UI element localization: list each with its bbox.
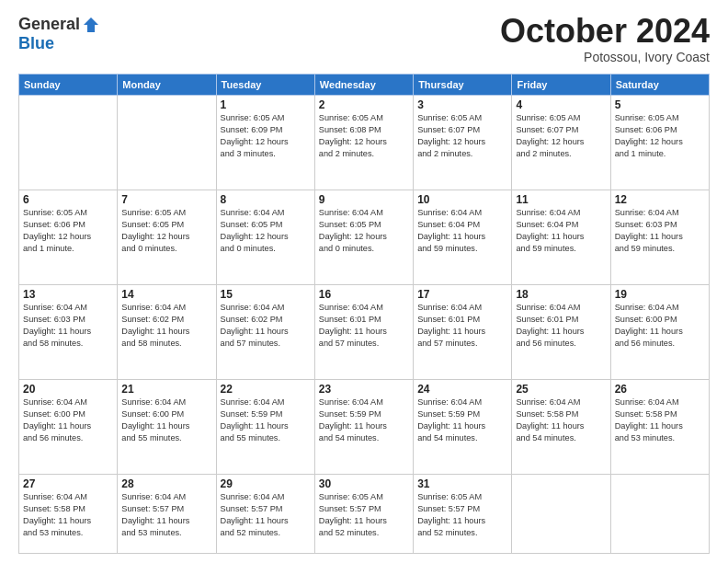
month-title: October 2024 bbox=[500, 15, 710, 48]
logo-blue-text: Blue bbox=[18, 34, 54, 53]
day-number: 23 bbox=[319, 383, 409, 396]
calendar-cell: 17Sunrise: 6:04 AM Sunset: 6:01 PM Dayli… bbox=[414, 284, 512, 379]
day-info: Sunrise: 6:04 AM Sunset: 5:58 PM Dayligh… bbox=[23, 491, 113, 539]
day-of-week-header: Thursday bbox=[414, 75, 512, 96]
logo-icon bbox=[82, 16, 100, 34]
day-number: 14 bbox=[121, 288, 211, 301]
calendar-cell: 23Sunrise: 6:04 AM Sunset: 5:59 PM Dayli… bbox=[314, 379, 413, 474]
day-number: 19 bbox=[615, 288, 705, 301]
day-number: 31 bbox=[417, 477, 507, 490]
calendar-week-row: 20Sunrise: 6:04 AM Sunset: 6:00 PM Dayli… bbox=[19, 379, 710, 474]
calendar-cell bbox=[610, 474, 709, 553]
calendar-cell: 6Sunrise: 6:05 AM Sunset: 6:06 PM Daylig… bbox=[19, 190, 118, 284]
day-number: 16 bbox=[319, 288, 409, 301]
calendar-cell: 26Sunrise: 6:04 AM Sunset: 5:58 PM Dayli… bbox=[610, 379, 709, 474]
day-info: Sunrise: 6:04 AM Sunset: 5:59 PM Dayligh… bbox=[319, 396, 409, 444]
day-number: 2 bbox=[319, 98, 409, 111]
day-of-week-header: Sunday bbox=[19, 75, 118, 96]
day-info: Sunrise: 6:04 AM Sunset: 5:59 PM Dayligh… bbox=[221, 396, 311, 444]
day-of-week-header: Monday bbox=[118, 75, 216, 96]
calendar-cell: 11Sunrise: 6:04 AM Sunset: 6:04 PM Dayli… bbox=[512, 190, 610, 284]
calendar-cell: 1Sunrise: 6:05 AM Sunset: 6:09 PM Daylig… bbox=[216, 96, 314, 190]
day-info: Sunrise: 6:04 AM Sunset: 6:00 PM Dayligh… bbox=[615, 302, 705, 350]
day-number: 21 bbox=[121, 383, 211, 396]
location: Potossou, Ivory Coast bbox=[500, 50, 710, 64]
day-number: 4 bbox=[516, 98, 606, 111]
day-info: Sunrise: 6:04 AM Sunset: 5:57 PM Dayligh… bbox=[121, 491, 211, 539]
calendar-week-row: 1Sunrise: 6:05 AM Sunset: 6:09 PM Daylig… bbox=[19, 96, 710, 190]
calendar-cell: 8Sunrise: 6:04 AM Sunset: 6:05 PM Daylig… bbox=[216, 190, 314, 284]
day-info: Sunrise: 6:04 AM Sunset: 5:57 PM Dayligh… bbox=[221, 491, 311, 539]
day-number: 9 bbox=[319, 193, 409, 206]
calendar-cell: 22Sunrise: 6:04 AM Sunset: 5:59 PM Dayli… bbox=[216, 379, 314, 474]
calendar-header-row: SundayMondayTuesdayWednesdayThursdayFrid… bbox=[19, 75, 710, 96]
day-number: 28 bbox=[121, 477, 211, 490]
calendar-cell: 12Sunrise: 6:04 AM Sunset: 6:03 PM Dayli… bbox=[610, 190, 709, 284]
day-of-week-header: Friday bbox=[512, 75, 610, 96]
calendar-cell: 30Sunrise: 6:05 AM Sunset: 5:57 PM Dayli… bbox=[314, 474, 413, 553]
calendar-cell: 19Sunrise: 6:04 AM Sunset: 6:00 PM Dayli… bbox=[610, 284, 709, 379]
day-info: Sunrise: 6:04 AM Sunset: 6:03 PM Dayligh… bbox=[23, 302, 113, 350]
calendar-cell: 25Sunrise: 6:04 AM Sunset: 5:58 PM Dayli… bbox=[512, 379, 610, 474]
day-number: 15 bbox=[221, 288, 311, 301]
day-info: Sunrise: 6:04 AM Sunset: 6:02 PM Dayligh… bbox=[221, 302, 311, 350]
day-info: Sunrise: 6:04 AM Sunset: 6:04 PM Dayligh… bbox=[417, 207, 507, 255]
day-info: Sunrise: 6:05 AM Sunset: 6:09 PM Dayligh… bbox=[221, 112, 311, 160]
day-info: Sunrise: 6:04 AM Sunset: 5:58 PM Dayligh… bbox=[516, 396, 606, 444]
day-number: 26 bbox=[615, 383, 705, 396]
calendar-cell: 16Sunrise: 6:04 AM Sunset: 6:01 PM Dayli… bbox=[314, 284, 413, 379]
calendar-week-row: 27Sunrise: 6:04 AM Sunset: 5:58 PM Dayli… bbox=[19, 474, 710, 553]
day-of-week-header: Tuesday bbox=[216, 75, 314, 96]
day-number: 13 bbox=[23, 288, 113, 301]
header: General Blue October 2024 Potossou, Ivor… bbox=[18, 15, 710, 64]
day-of-week-header: Saturday bbox=[610, 75, 709, 96]
calendar-table: SundayMondayTuesdayWednesdayThursdayFrid… bbox=[18, 74, 710, 554]
day-number: 18 bbox=[516, 288, 606, 301]
logo-general-text: General bbox=[18, 15, 80, 34]
day-info: Sunrise: 6:04 AM Sunset: 5:58 PM Dayligh… bbox=[615, 396, 705, 444]
day-info: Sunrise: 6:04 AM Sunset: 6:03 PM Dayligh… bbox=[615, 207, 705, 255]
day-number: 24 bbox=[417, 383, 507, 396]
calendar-cell bbox=[19, 96, 118, 190]
logo: General Blue bbox=[18, 15, 100, 53]
day-info: Sunrise: 6:05 AM Sunset: 6:05 PM Dayligh… bbox=[121, 207, 211, 255]
calendar-cell: 29Sunrise: 6:04 AM Sunset: 5:57 PM Dayli… bbox=[216, 474, 314, 553]
day-number: 10 bbox=[417, 193, 507, 206]
day-info: Sunrise: 6:05 AM Sunset: 6:06 PM Dayligh… bbox=[23, 207, 113, 255]
day-info: Sunrise: 6:04 AM Sunset: 6:00 PM Dayligh… bbox=[23, 396, 113, 444]
day-number: 20 bbox=[23, 383, 113, 396]
calendar-week-row: 13Sunrise: 6:04 AM Sunset: 6:03 PM Dayli… bbox=[19, 284, 710, 379]
day-number: 27 bbox=[23, 477, 113, 490]
day-number: 29 bbox=[221, 477, 311, 490]
day-number: 6 bbox=[23, 193, 113, 206]
calendar-cell: 21Sunrise: 6:04 AM Sunset: 6:00 PM Dayli… bbox=[118, 379, 216, 474]
day-info: Sunrise: 6:04 AM Sunset: 6:05 PM Dayligh… bbox=[221, 207, 311, 255]
calendar-cell: 31Sunrise: 6:05 AM Sunset: 5:57 PM Dayli… bbox=[414, 474, 512, 553]
day-info: Sunrise: 6:04 AM Sunset: 6:05 PM Dayligh… bbox=[319, 207, 409, 255]
day-number: 8 bbox=[221, 193, 311, 206]
day-info: Sunrise: 6:04 AM Sunset: 6:00 PM Dayligh… bbox=[121, 396, 211, 444]
calendar-cell: 10Sunrise: 6:04 AM Sunset: 6:04 PM Dayli… bbox=[414, 190, 512, 284]
day-info: Sunrise: 6:05 AM Sunset: 6:07 PM Dayligh… bbox=[516, 112, 606, 160]
svg-marker-0 bbox=[84, 17, 98, 32]
day-info: Sunrise: 6:04 AM Sunset: 5:59 PM Dayligh… bbox=[417, 396, 507, 444]
day-number: 5 bbox=[615, 98, 705, 111]
calendar-week-row: 6Sunrise: 6:05 AM Sunset: 6:06 PM Daylig… bbox=[19, 190, 710, 284]
day-number: 1 bbox=[221, 98, 311, 111]
calendar-cell: 15Sunrise: 6:04 AM Sunset: 6:02 PM Dayli… bbox=[216, 284, 314, 379]
day-number: 7 bbox=[121, 193, 211, 206]
calendar-cell: 18Sunrise: 6:04 AM Sunset: 6:01 PM Dayli… bbox=[512, 284, 610, 379]
calendar-cell bbox=[512, 474, 610, 553]
day-info: Sunrise: 6:05 AM Sunset: 5:57 PM Dayligh… bbox=[417, 491, 507, 539]
calendar-cell: 24Sunrise: 6:04 AM Sunset: 5:59 PM Dayli… bbox=[414, 379, 512, 474]
calendar-cell: 28Sunrise: 6:04 AM Sunset: 5:57 PM Dayli… bbox=[118, 474, 216, 553]
day-info: Sunrise: 6:05 AM Sunset: 6:07 PM Dayligh… bbox=[417, 112, 507, 160]
day-info: Sunrise: 6:05 AM Sunset: 6:06 PM Dayligh… bbox=[615, 112, 705, 160]
day-number: 12 bbox=[615, 193, 705, 206]
day-info: Sunrise: 6:05 AM Sunset: 5:57 PM Dayligh… bbox=[319, 491, 409, 539]
calendar-cell bbox=[118, 96, 216, 190]
day-info: Sunrise: 6:04 AM Sunset: 6:01 PM Dayligh… bbox=[417, 302, 507, 350]
day-number: 11 bbox=[516, 193, 606, 206]
calendar-cell: 20Sunrise: 6:04 AM Sunset: 6:00 PM Dayli… bbox=[19, 379, 118, 474]
day-number: 30 bbox=[319, 477, 409, 490]
